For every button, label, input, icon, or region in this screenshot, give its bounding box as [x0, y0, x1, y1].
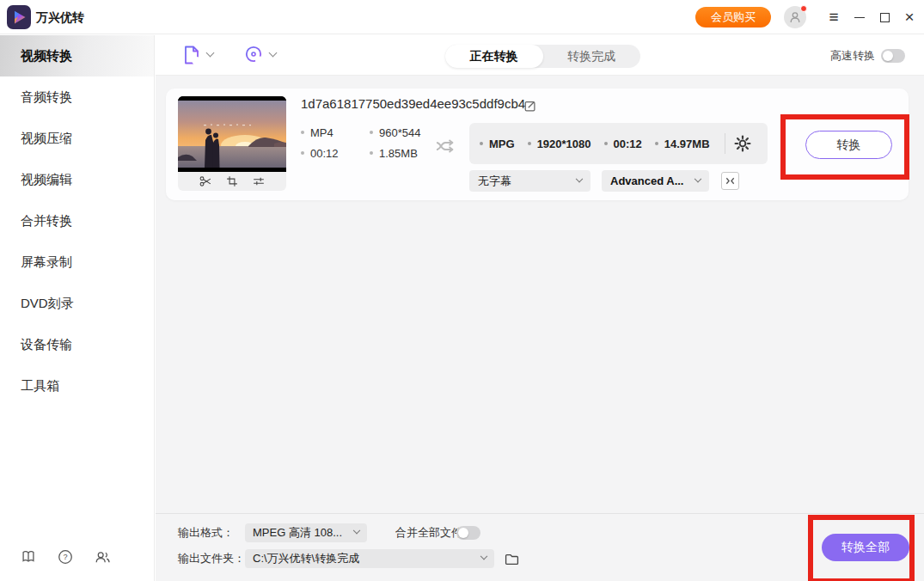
menu-button[interactable]: ≡ — [823, 0, 845, 34]
file-card: 1d7a61817750ed39ed4ee93c5ddf9cb4 MP4 960… — [166, 89, 909, 200]
subtitle-select[interactable]: 无字幕 — [469, 170, 591, 192]
chevron-down-icon — [480, 553, 487, 560]
output-format: MPG — [480, 138, 515, 150]
file-name: 1d7a61817750ed39ed4ee93c5ddf9cb4 — [301, 96, 525, 111]
audio-track-select[interactable]: Advanced A... — [602, 170, 709, 192]
chevron-down-icon — [695, 174, 701, 181]
output-format-select[interactable]: MPEG 高清 108... — [245, 523, 367, 542]
maximize-icon — [880, 13, 890, 22]
collapse-row-button[interactable] — [721, 172, 739, 190]
merge-all-label: 合并全部文件 — [395, 523, 462, 542]
output-settings-gear-icon[interactable] — [734, 135, 751, 152]
user-avatar[interactable] — [784, 6, 806, 28]
maximize-button[interactable] — [873, 0, 896, 34]
source-format: MP4 — [301, 122, 370, 143]
app-title: 万兴优转 — [36, 0, 84, 34]
sidebar-item-video-edit[interactable]: 视频编辑 — [0, 159, 154, 200]
output-format-label: 输出格式： — [178, 523, 234, 542]
contact-support-icon[interactable] — [94, 548, 111, 566]
content-area: 1d7a61817750ed39ed4ee93c5ddf9cb4 MP4 960… — [156, 76, 924, 581]
convert-button[interactable]: 转换 — [805, 131, 892, 159]
high-speed-toggle[interactable] — [881, 49, 905, 63]
membership-buy-button[interactable]: 会员购买 — [695, 7, 771, 28]
rename-edit-icon[interactable] — [523, 99, 537, 113]
high-speed-label: 高速转换 — [830, 35, 875, 76]
chevron-down-icon — [353, 527, 360, 534]
edit-tools-bar — [178, 172, 286, 191]
tab-converting[interactable]: 正在转换 — [445, 45, 543, 68]
close-button[interactable]: × — [898, 0, 921, 34]
crop-icon[interactable] — [225, 174, 239, 188]
source-duration: 00:12 — [301, 143, 370, 163]
app-logo-icon — [7, 5, 31, 29]
effects-adjust-icon[interactable] — [252, 174, 266, 188]
minimize-icon — [854, 17, 865, 18]
minimize-button[interactable] — [848, 0, 871, 34]
sidebar-footer: ? — [0, 548, 155, 571]
sidebar-item-device-transfer[interactable]: 设备传输 — [0, 324, 154, 365]
add-disc-icon[interactable] — [243, 44, 266, 66]
notification-dot — [800, 5, 807, 12]
tab-finished[interactable]: 转换完成 — [543, 45, 641, 68]
sidebar-item-dvd-burn[interactable]: DVD刻录 — [0, 283, 154, 324]
svg-text:?: ? — [63, 553, 67, 561]
sidebar-item-merge-convert[interactable]: 合并转换 — [0, 200, 154, 242]
trim-scissors-icon[interactable] — [199, 174, 212, 188]
source-resolution: 960*544 — [370, 122, 420, 143]
collapse-arrows-icon — [725, 175, 736, 187]
app-window: 万兴优转 会员购买 ≡ × 视频转换 音频转换 视频压缩 视频编辑 合并转换 屏… — [0, 0, 924, 581]
sidebar-item-screen-record[interactable]: 屏幕录制 — [0, 242, 154, 283]
main-toolbar: 正在转换 转换完成 高速转换 — [156, 35, 924, 76]
merge-all-toggle[interactable] — [456, 526, 480, 540]
sidebar: 视频转换 音频转换 视频压缩 视频编辑 合并转换 屏幕录制 DVD刻录 设备传输… — [0, 35, 155, 581]
user-guide-book-icon[interactable] — [20, 548, 37, 566]
convert-all-button[interactable]: 转换全部 — [822, 534, 909, 561]
output-folder-label: 输出文件夹： — [178, 549, 245, 568]
video-thumbnail[interactable] — [178, 96, 286, 191]
person-icon — [788, 10, 802, 24]
divider — [725, 133, 725, 154]
add-disc-dropdown-chevron-icon[interactable] — [269, 49, 278, 58]
titlebar: 万兴优转 会员购买 ≡ × — [0, 0, 924, 34]
toggle-knob — [458, 528, 468, 538]
open-folder-icon[interactable] — [504, 551, 520, 567]
source-info: MP4 960*544 00:12 1.85MB — [301, 122, 420, 163]
output-size: 14.97MB — [655, 138, 710, 150]
status-tabs: 正在转换 转换完成 — [445, 45, 640, 68]
output-folder-select[interactable]: C:\万兴优转\转换完成 — [245, 549, 494, 568]
sidebar-item-video-convert[interactable]: 视频转换 — [0, 35, 154, 76]
add-file-icon[interactable] — [181, 44, 203, 66]
thumbnail-image — [178, 96, 286, 172]
help-icon[interactable]: ? — [57, 548, 74, 566]
sidebar-item-video-compress[interactable]: 视频压缩 — [0, 118, 154, 159]
chevron-down-icon — [576, 174, 583, 181]
sidebar-item-audio-convert[interactable]: 音频转换 — [0, 76, 154, 118]
sidebar-item-toolbox[interactable]: 工具箱 — [0, 365, 154, 407]
output-duration: 00:12 — [604, 138, 642, 150]
output-info-pill: MPG 1920*1080 00:12 14.97MB — [469, 123, 768, 164]
footer-divider — [156, 513, 924, 514]
output-resolution: 1920*1080 — [528, 138, 591, 150]
add-file-dropdown-chevron-icon[interactable] — [206, 49, 215, 58]
toggle-knob — [883, 51, 893, 61]
convert-direction-shuffle-icon — [433, 134, 457, 158]
source-size: 1.85MB — [370, 143, 420, 163]
